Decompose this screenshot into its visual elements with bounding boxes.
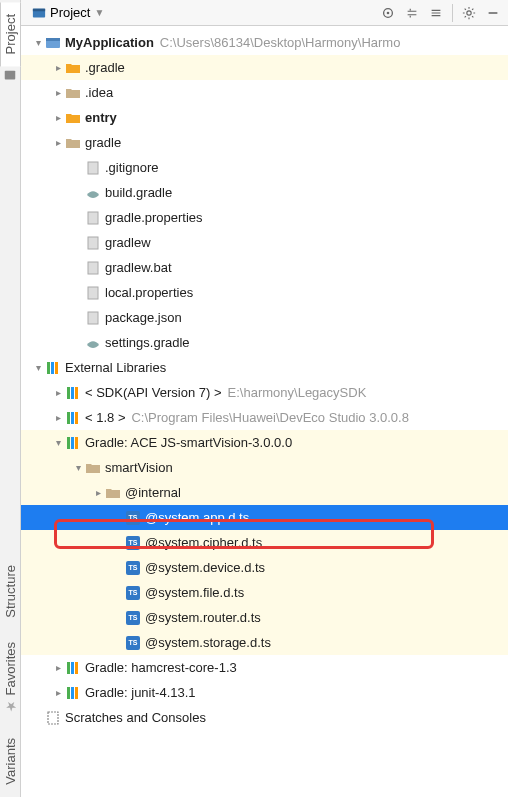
svg-rect-24 [71,437,74,449]
tree-row[interactable]: ▸.gradle [21,55,508,80]
sidetab-favorites-label: Favorites [3,642,18,695]
tree-row[interactable]: ▸@internal [21,480,508,505]
project-tree[interactable]: ▾MyApplicationC:\Users\86134\Desktop\Har… [21,26,508,797]
sidetab-project-icon [3,68,17,82]
folder-orange-icon [65,60,81,76]
tree-label: @system.device.d.ts [145,560,265,575]
chevron-right-icon[interactable]: ▸ [51,662,65,673]
tree-row[interactable]: TS@system.cipher.d.ts [21,530,508,555]
tree-row[interactable]: TS@system.router.d.ts [21,605,508,630]
chevron-right-icon[interactable]: ▸ [51,387,65,398]
chevron-right-icon[interactable]: ▸ [91,487,105,498]
chevron-right-icon[interactable]: ▸ [51,137,65,148]
tree-label: local.properties [105,285,193,300]
file-icon [85,210,101,226]
tree-row[interactable]: settings.gradle [21,330,508,355]
tree-row[interactable]: .gitignore [21,155,508,180]
hide-button[interactable] [482,2,504,24]
tree-row[interactable]: ▸gradle [21,130,508,155]
tree-row[interactable]: ▸entry [21,105,508,130]
sidetab-project[interactable]: Project [0,2,21,66]
chevron-down-icon[interactable]: ▾ [31,37,45,48]
tree-row[interactable]: gradle.properties [21,205,508,230]
tree-row-selected[interactable]: TS@system.app.d.ts [21,505,508,530]
tree-label: External Libraries [65,360,166,375]
tree-row[interactable]: gradlew [21,230,508,255]
locate-button[interactable] [377,2,399,24]
svg-rect-8 [88,162,98,174]
tree-row[interactable]: ▾External Libraries [21,355,508,380]
sidetab-favorites[interactable]: ★ Favorites [1,630,20,726]
project-icon [32,6,46,20]
tree-label: gradle [85,135,121,150]
file-icon [85,285,101,301]
svg-rect-28 [75,662,78,674]
tree-row[interactable]: local.properties [21,280,508,305]
svg-rect-9 [88,212,98,224]
svg-rect-31 [75,687,78,699]
tree-label: Gradle: hamcrest-core-1.3 [85,660,237,675]
svg-point-4 [387,11,390,14]
chevron-down-icon[interactable]: ▾ [51,437,65,448]
tree-row[interactable]: ▸.idea [21,80,508,105]
svg-rect-20 [67,412,70,424]
chevron-right-icon[interactable]: ▸ [51,62,65,73]
ts-icon: TS [125,585,141,601]
ts-icon: TS [125,610,141,626]
tree-row[interactable]: ▾smartVision [21,455,508,480]
tree-row[interactable]: TS@system.storage.d.ts [21,630,508,655]
svg-rect-10 [88,237,98,249]
chevron-right-icon[interactable]: ▸ [51,112,65,123]
ts-icon: TS [125,560,141,576]
tree-label: build.gradle [105,185,172,200]
svg-rect-29 [67,687,70,699]
svg-rect-32 [48,712,58,724]
chevron-down-icon[interactable]: ▾ [31,362,45,373]
lib-icon [65,410,81,426]
expand-all-button[interactable] [401,2,423,24]
proj-icon [45,35,61,51]
svg-rect-17 [67,387,70,399]
settings-button[interactable] [458,2,480,24]
lib-icon [65,660,81,676]
svg-rect-0 [5,71,16,80]
collapse-all-button[interactable] [425,2,447,24]
lib-icon [65,435,81,451]
tree-row[interactable]: TS@system.file.d.ts [21,580,508,605]
tree-label: < 1.8 > [85,410,125,425]
tree-row[interactable]: ▸Gradle: junit-4.13.1 [21,680,508,705]
tree-row[interactable]: build.gradle [21,180,508,205]
tree-row[interactable]: gradlew.bat [21,255,508,280]
tree-row[interactable]: ▸< SDK(API Version 7) >E:\harmony\Legacy… [21,380,508,405]
tree-row[interactable]: ▾Gradle: ACE JS-smartVision-3.0.0.0 [21,430,508,455]
svg-rect-21 [71,412,74,424]
tree-row[interactable]: ▾MyApplicationC:\Users\86134\Desktop\Har… [21,30,508,55]
folder-icon [65,135,81,151]
tree-label: gradle.properties [105,210,203,225]
chevron-right-icon[interactable]: ▸ [51,687,65,698]
project-view-selector[interactable]: Project ▼ [25,2,111,23]
tree-label: @system.storage.d.ts [145,635,271,650]
sidetab-variants[interactable]: Variants [1,726,20,797]
svg-rect-30 [71,687,74,699]
tree-label: @system.router.d.ts [145,610,261,625]
svg-rect-14 [47,362,50,374]
tree-label: Gradle: junit-4.13.1 [85,685,196,700]
tree-label: smartVision [105,460,173,475]
tree-row[interactable]: Scratches and Consoles [21,705,508,730]
chevron-right-icon[interactable]: ▸ [51,87,65,98]
tree-label: Gradle: ACE JS-smartVision-3.0.0.0 [85,435,292,450]
svg-rect-19 [75,387,78,399]
project-toolbar: Project ▼ [21,0,508,26]
chevron-down-icon[interactable]: ▾ [71,462,85,473]
tree-row[interactable]: ▸Gradle: hamcrest-core-1.3 [21,655,508,680]
tree-row[interactable]: TS@system.device.d.ts [21,555,508,580]
chevron-down-icon: ▼ [94,7,104,18]
tree-row[interactable]: ▸< 1.8 >C:\Program Files\Huawei\DevEco S… [21,405,508,430]
sidetab-structure[interactable]: Structure [1,553,20,630]
tree-row[interactable]: package.json [21,305,508,330]
tree-label: Scratches and Consoles [65,710,206,725]
chevron-right-icon[interactable]: ▸ [51,412,65,423]
gradle-icon [85,335,101,351]
sidetab-structure-label: Structure [3,565,18,618]
